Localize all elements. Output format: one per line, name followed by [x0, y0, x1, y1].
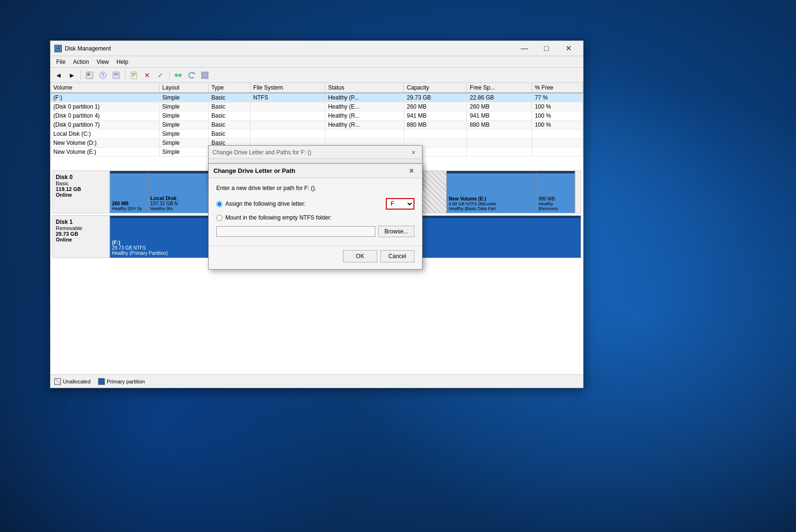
expand-button[interactable] — [199, 69, 211, 81]
legend-primary-box — [98, 378, 105, 385]
disk0-part1-size: 260 MB — [112, 201, 146, 206]
svg-rect-20 — [205, 76, 208, 79]
radio-mount-label[interactable]: Mount in the following empty NTFS folder… — [225, 214, 332, 221]
table-cell-fs: NTFS — [250, 93, 325, 102]
disk0-part-e[interactable]: New Volume (E:) 4.88 GB NTFS (BitLocke H… — [447, 171, 536, 213]
svg-rect-9 — [131, 72, 137, 79]
table-cell-capacity: 29.73 GB — [404, 93, 467, 102]
delete-button[interactable]: ✕ — [141, 69, 153, 81]
inner-ok-button[interactable]: OK — [343, 250, 377, 262]
col-layout[interactable]: Layout — [159, 83, 208, 93]
properties-button2[interactable] — [128, 69, 140, 81]
radio-mount-folder[interactable] — [216, 215, 222, 221]
table-cell-type: Basic — [208, 102, 250, 111]
table-cell-layout: Simple — [159, 130, 208, 139]
window-title: Disk Management — [65, 45, 514, 52]
menu-action[interactable]: Action — [69, 56, 92, 67]
table-row[interactable]: (Disk 0 partition 7)SimpleBasicHealthy (… — [50, 120, 583, 130]
table-cell-pct: 77 % — [532, 93, 583, 102]
col-volume[interactable]: Volume — [50, 83, 159, 93]
radio-row-letter: Assign the following drive letter: F ABC… — [216, 198, 414, 210]
disk0-type: Basic — [56, 181, 106, 186]
svg-rect-4 — [87, 73, 90, 76]
table-cell-capacity: 941 MB — [404, 111, 467, 120]
legend-primary: Primary partition — [98, 378, 145, 385]
disk0-size: 119.12 GB — [56, 186, 106, 192]
table-cell-free: 941 MB — [467, 111, 532, 120]
table-cell-fs — [250, 120, 325, 130]
forward-button[interactable]: ► — [66, 69, 78, 81]
table-cell-pct — [532, 139, 583, 148]
svg-point-14 — [179, 74, 181, 77]
table-cell-volume: New Volume (E:) — [50, 148, 159, 157]
table-cell-capacity: 880 MB — [404, 120, 467, 130]
inner-dialog-close[interactable]: × — [406, 165, 417, 177]
col-type[interactable]: Type — [208, 83, 250, 93]
menu-view[interactable]: View — [93, 56, 113, 67]
table-cell-fs — [250, 102, 325, 111]
minimize-button[interactable]: — — [514, 41, 535, 56]
disk0-status: Online — [56, 192, 106, 198]
table-cell-volume: (Disk 0 partition 4) — [50, 111, 159, 120]
toolbar-separator-1 — [81, 70, 81, 80]
col-free[interactable]: Free Sp... — [467, 83, 532, 93]
drive-letter-select[interactable]: F ABCDEFGHIJKLMNOPQRSTUVWXYZ — [386, 198, 414, 210]
table-cell-status: Healthy (R... — [325, 120, 403, 130]
legend-primary-label: Primary partition — [107, 379, 145, 384]
table-row[interactable]: (Disk 0 partition 4)SimpleBasicHealthy (… — [50, 111, 583, 120]
table-row[interactable]: (Disk 0 partition 1)SimpleBasicHealthy (… — [50, 102, 583, 111]
status-bar: Unallocated Primary partition — [50, 374, 583, 388]
radio-assign-letter[interactable] — [216, 201, 222, 207]
disk0-recovery[interactable]: 880 MB Healthy (Recovery — [536, 171, 575, 213]
table-cell-status — [325, 130, 403, 139]
table-cell-status: Healthy (P... — [325, 93, 403, 102]
connect-button[interactable] — [172, 69, 184, 81]
show-properties-button[interactable] — [83, 69, 96, 81]
table-row[interactable]: Local Disk (C:)SimpleBasic — [50, 130, 583, 139]
svg-point-13 — [175, 74, 178, 77]
disk1-status: Online — [56, 237, 106, 242]
table-cell-free: 880 MB — [467, 120, 532, 130]
table-cell-volume: (F:) — [50, 93, 159, 102]
help-button[interactable]: ? — [97, 69, 109, 81]
outer-dialog-close[interactable]: × — [409, 148, 418, 157]
browse-button[interactable]: Browse... — [378, 226, 414, 237]
check-button[interactable]: ✓ — [154, 69, 167, 81]
col-fs[interactable]: File System — [250, 83, 325, 93]
table-cell-capacity — [404, 130, 467, 139]
toolbar-btn3[interactable] — [110, 69, 122, 81]
menu-help[interactable]: Help — [113, 56, 132, 67]
table-cell-free — [467, 139, 532, 148]
col-pct[interactable]: % Free — [532, 83, 583, 93]
table-row[interactable]: (F:)SimpleBasicNTFSHealthy (P...29.73 GB… — [50, 93, 583, 102]
disk0-rec-size: 880 MB — [538, 196, 573, 201]
table-cell-pct — [532, 130, 583, 139]
close-button[interactable]: ✕ — [557, 41, 579, 56]
svg-point-2 — [58, 50, 59, 51]
table-cell-pct: 100 % — [532, 102, 583, 111]
table-cell-type: Basic — [208, 120, 250, 130]
legend-unallocated: Unallocated — [54, 378, 91, 385]
scrollbar[interactable] — [575, 171, 581, 213]
disk0-parte-label: New Volume (E:) — [449, 196, 534, 201]
table-cell-volume: (Disk 0 partition 7) — [50, 120, 159, 130]
menu-file[interactable]: File — [52, 56, 69, 67]
window-controls: — □ ✕ — [514, 41, 579, 56]
inner-dialog-title: Change Drive Letter or Path — [213, 167, 295, 174]
table-cell-layout: Simple — [159, 102, 208, 111]
disk0-label: Disk 0 Basic 119.12 GB Online — [52, 171, 110, 213]
table-cell-type: Basic — [208, 111, 250, 120]
col-capacity[interactable]: Capacity — [404, 83, 467, 93]
radio-letter-label[interactable]: Assign the following drive letter: — [225, 201, 306, 207]
disk0-name: Disk 0 — [56, 174, 106, 181]
inner-dialog-body: Enter a new drive letter or path for F: … — [209, 178, 422, 244]
maximize-button[interactable]: □ — [535, 41, 557, 56]
mount-folder-input[interactable] — [216, 226, 375, 237]
refresh-button[interactable] — [185, 69, 198, 81]
col-status[interactable]: Status — [325, 83, 403, 93]
back-button[interactable]: ◄ — [52, 69, 65, 81]
inner-cancel-button[interactable]: Cancel — [380, 250, 414, 262]
disk0-part1[interactable]: 260 MB Healthy (EFI Sy — [110, 171, 149, 213]
disk1-type: Removable — [56, 225, 106, 231]
table-cell-pct: 100 % — [532, 111, 583, 120]
